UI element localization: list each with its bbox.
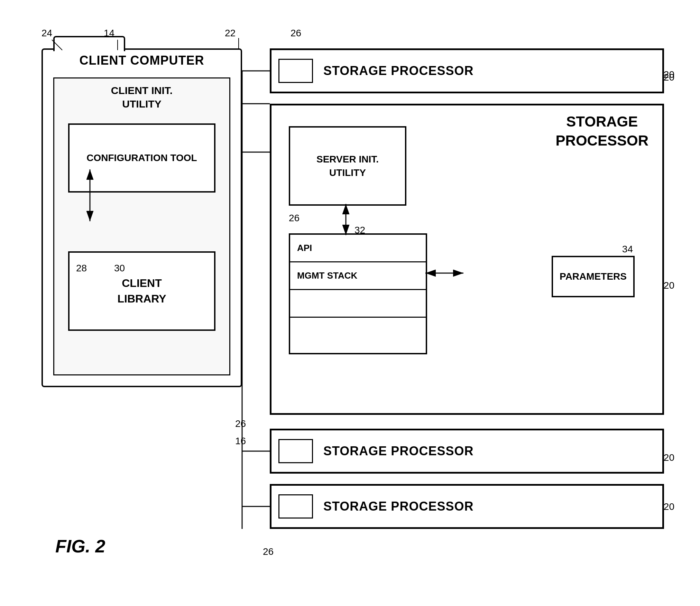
diagram: 24 14 22 26 20 CLIENT COMPUTER CLIENT IN…: [21, 21, 678, 591]
sp-top-label: STORAGE PROCESSOR: [323, 64, 473, 78]
server-init-label: SERVER INIT.UTILITY: [316, 152, 379, 179]
ref-34: 34: [622, 244, 633, 255]
ref-26a: 26: [291, 28, 301, 39]
ref-20-main: 20: [664, 280, 674, 291]
sp-bottom1-label: STORAGE PROCESSOR: [323, 444, 473, 458]
ref-20b: 20: [664, 72, 674, 83]
ref-26b: 26: [289, 213, 300, 224]
client-computer-box: CLIENT COMPUTER CLIENT INIT.UTILITY CONF…: [42, 48, 242, 387]
sp-icon-bottom1: [278, 439, 313, 463]
sp-main-box: STORAGEPROCESSOR SERVER INIT.UTILITY 26 …: [270, 104, 664, 415]
params-label: PARAMETERS: [560, 271, 627, 282]
api-stack-box: API MGMT STACK: [289, 233, 427, 354]
client-library-label: CLIENTLIBRARY: [117, 276, 166, 307]
client-library-box: CLIENTLIBRARY: [68, 251, 215, 331]
ref-26d: 26: [263, 546, 274, 557]
sp-bottom2-label: STORAGE PROCESSOR: [323, 499, 473, 514]
ref-26c: 26: [235, 418, 246, 429]
config-tool-box: CONFIGURATION TOOL: [68, 123, 215, 193]
client-init-label: CLIENT INIT.UTILITY: [54, 78, 229, 111]
sp-main-label: STORAGEPROCESSOR: [556, 112, 648, 150]
sp-bottom1: STORAGE PROCESSOR: [270, 429, 664, 474]
fig-label: FIG. 2: [55, 536, 105, 557]
sp-icon-bottom2: [278, 494, 313, 519]
ref-20d: 20: [664, 501, 674, 512]
ref-22: 22: [225, 28, 236, 39]
client-init-area: CLIENT INIT.UTILITY CONFIGURATION TOOL C…: [53, 77, 230, 375]
ref-24: 24: [42, 28, 52, 39]
sp-bottom2: STORAGE PROCESSOR: [270, 484, 664, 529]
ref-30: 30: [114, 263, 125, 274]
config-tool-label: CONFIGURATION TOOL: [86, 151, 197, 165]
api-row: API: [290, 235, 426, 262]
ref-28: 28: [76, 263, 87, 274]
server-init-box: SERVER INIT.UTILITY: [289, 126, 406, 206]
ref-20c: 20: [664, 452, 674, 463]
mgmt-row: MGMT STACK: [290, 262, 426, 290]
stack-row-2: [290, 318, 426, 356]
sp-icon-top: [278, 59, 313, 83]
params-box: PARAMETERS: [552, 256, 635, 297]
stack-row-1: [290, 290, 426, 318]
client-computer-label: CLIENT COMPUTER: [43, 49, 241, 68]
sp-top-small: STORAGE PROCESSOR: [270, 48, 664, 93]
ref-16: 16: [235, 436, 246, 447]
